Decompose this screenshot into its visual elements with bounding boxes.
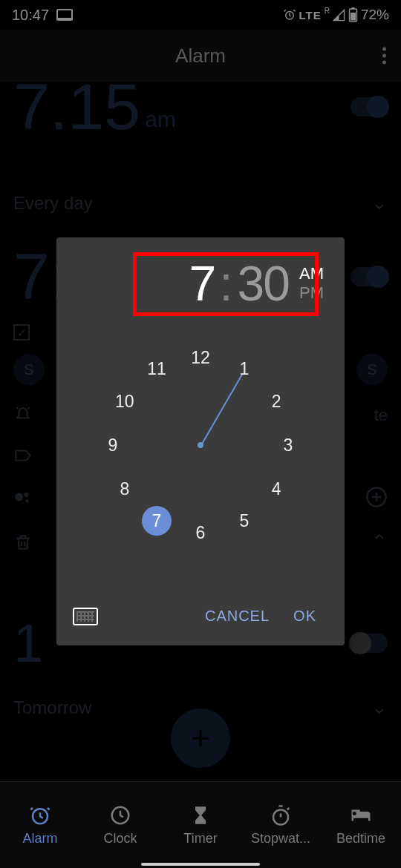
clock-number-11[interactable]: 11 xyxy=(142,355,172,384)
picker-pm[interactable]: PM xyxy=(299,283,324,303)
clock-number-6[interactable]: 6 xyxy=(186,518,215,548)
hourglass-icon xyxy=(189,804,212,826)
cancel-button[interactable]: CANCEL xyxy=(193,600,281,632)
home-indicator xyxy=(141,863,260,866)
clock-number-12[interactable]: 12 xyxy=(186,343,215,372)
picker-colon: : xyxy=(219,255,232,312)
clock-face[interactable]: 121234567891011 xyxy=(97,341,304,549)
clock-number-10[interactable]: 10 xyxy=(110,387,140,416)
clock-number-5[interactable]: 5 xyxy=(229,506,259,536)
clock-number-2[interactable]: 2 xyxy=(261,387,291,416)
clock-icon xyxy=(109,804,131,826)
alarm-icon xyxy=(29,804,51,826)
clock-number-3[interactable]: 3 xyxy=(273,430,303,460)
bottom-nav: Alarm Clock Timer Stopwat... Bedtime xyxy=(0,781,401,868)
clock-number-8[interactable]: 8 xyxy=(110,474,140,504)
nav-alarm[interactable]: Alarm xyxy=(0,782,80,868)
nav-timer[interactable]: Timer xyxy=(160,782,241,868)
time-display: 7 : 30 AM PM xyxy=(68,255,333,312)
time-picker-dialog: 7 : 30 AM PM 121234567891011 CANCEL OK xyxy=(56,237,345,645)
picker-am[interactable]: AM xyxy=(299,264,324,283)
clock-number-4[interactable]: 4 xyxy=(261,474,291,504)
keyboard-input-icon[interactable] xyxy=(73,608,98,625)
clock-number-9[interactable]: 9 xyxy=(98,430,128,460)
bed-icon xyxy=(350,804,372,826)
picker-minute[interactable]: 30 xyxy=(238,255,289,312)
stopwatch-icon xyxy=(270,804,292,826)
clock-hand xyxy=(200,374,243,445)
nav-stopwatch[interactable]: Stopwat... xyxy=(241,782,321,868)
ok-button[interactable]: OK xyxy=(281,600,328,632)
nav-clock[interactable]: Clock xyxy=(80,782,160,868)
clock-number-7[interactable]: 7 xyxy=(142,506,172,536)
clock-number-1[interactable]: 1 xyxy=(229,355,259,384)
nav-bedtime[interactable]: Bedtime xyxy=(321,782,401,868)
picker-hour[interactable]: 7 xyxy=(189,255,215,312)
